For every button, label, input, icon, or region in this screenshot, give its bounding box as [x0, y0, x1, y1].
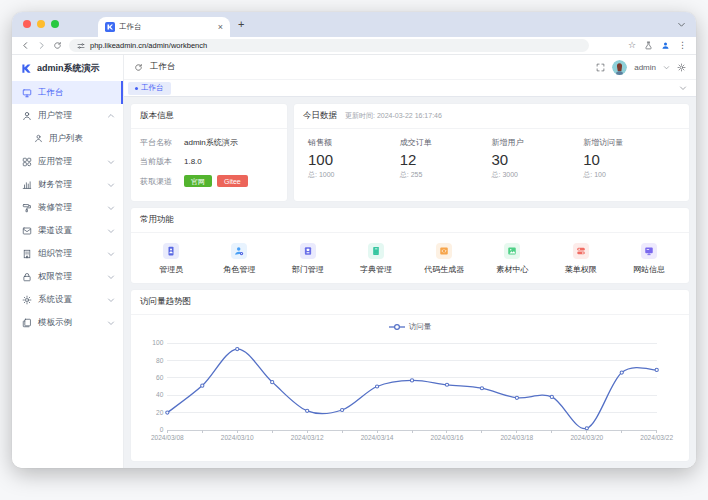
svg-text:2024/03/14: 2024/03/14: [361, 434, 394, 441]
url-text: php.likeadmin.cn/admin/workbench: [90, 41, 207, 50]
toolbar-icons: ☆ ⋮: [628, 41, 687, 50]
sidebar-item-organization-management[interactable]: 组织管理: [12, 242, 123, 265]
username[interactable]: admin: [634, 63, 656, 72]
svg-text:2024/03/12: 2024/03/12: [291, 434, 324, 441]
user-avatar[interactable]: [612, 60, 627, 75]
function-website-info[interactable]: 网站信息: [615, 243, 683, 275]
tab-workbench[interactable]: 工作台: [128, 82, 171, 95]
card-title: 今日数据: [303, 110, 337, 122]
minimize-window-button[interactable]: [37, 20, 45, 28]
version-info-card: 版本信息 平台名称 admin系统演示 当前版本 1.8.0: [131, 104, 287, 201]
sidebar-item-label: 用户管理: [38, 110, 72, 122]
sidebar-item-finance-management[interactable]: 财务管理: [12, 173, 123, 196]
visits-line-chart: 0204060801002024/03/082024/03/102024/03/…: [137, 335, 683, 447]
app-logo[interactable]: admin系统演示: [12, 55, 123, 81]
page-title: 工作台: [150, 61, 176, 73]
common-functions-card: 常用功能 管理员: [131, 208, 689, 283]
gear-icon[interactable]: [677, 63, 686, 72]
sidebar-item-template-examples[interactable]: 模板示例: [12, 311, 123, 334]
sidebar-item-channel-settings[interactable]: 渠道设置: [12, 219, 123, 242]
chevron-down-icon[interactable]: [663, 64, 670, 71]
favicon: [105, 22, 115, 32]
svg-text:2024/03/10: 2024/03/10: [221, 434, 254, 441]
sidebar-item-app-management[interactable]: 应用管理: [12, 150, 123, 173]
zoom-window-button[interactable]: [51, 20, 59, 28]
browser-window: 工作台 × + php.likeadmin.cn/admin/workbench: [12, 12, 696, 468]
card-title: 常用功能: [131, 208, 689, 233]
svg-text:0: 0: [160, 426, 164, 433]
sidebar-item-label: 渠道设置: [38, 225, 72, 237]
sidebar-item-permission-management[interactable]: 权限管理: [12, 265, 123, 288]
bookmark-star-icon[interactable]: ☆: [628, 41, 636, 50]
workbench-content: 版本信息 平台名称 admin系统演示 当前版本 1.8.0: [124, 97, 696, 468]
chevron-down-icon[interactable]: [679, 84, 687, 92]
browser-toolbar: php.likeadmin.cn/admin/workbench ☆ ⋮: [12, 37, 696, 55]
new-tab-button[interactable]: +: [238, 19, 244, 30]
logo-k-icon: [21, 63, 32, 74]
sidebar-item-workbench[interactable]: 工作台: [12, 81, 123, 104]
back-icon[interactable]: [21, 41, 30, 50]
tab-close-icon[interactable]: ×: [218, 23, 223, 32]
legend-line-marker-icon: [389, 323, 405, 331]
sidebar-item-label: 权限管理: [38, 271, 72, 283]
card-title: 访问量趋势图: [131, 290, 689, 315]
sidebar-item-label: 系统设置: [38, 294, 72, 306]
profile-avatar-icon[interactable]: [661, 41, 670, 50]
sidebar-item-label: 应用管理: [38, 156, 72, 168]
sidebar-item-user-management[interactable]: 用户管理: [12, 104, 123, 127]
sidebar-nav: 工作台 用户管理: [12, 81, 123, 334]
metric-sales: 销售额 100 总: 1000: [308, 137, 400, 180]
channel-row: 获取渠道 官网 Gitee: [140, 175, 278, 187]
function-admin[interactable]: 管理员: [137, 243, 205, 275]
gitee-button[interactable]: Gitee: [217, 175, 248, 187]
svg-text:100: 100: [152, 339, 163, 346]
channel-mail-icon: [22, 226, 32, 236]
tab-search-chevron-icon[interactable]: [677, 20, 686, 29]
sidebar-item-decoration-management[interactable]: 装修管理: [12, 196, 123, 219]
desktop: 工作台 × + php.likeadmin.cn/admin/workbench: [0, 0, 708, 500]
official-site-button[interactable]: 官网: [184, 175, 212, 187]
tab-label: 工作台: [141, 83, 164, 93]
forward-icon[interactable]: [37, 41, 46, 50]
extension-beaker-icon[interactable]: [644, 41, 653, 50]
function-role-management[interactable]: 角色管理: [205, 243, 273, 275]
sidebar: admin系统演示 工作台 用户管理: [12, 55, 124, 468]
svg-text:80: 80: [156, 357, 164, 364]
refresh-icon[interactable]: [134, 63, 143, 72]
sidebar-item-label: 装修管理: [38, 202, 72, 214]
sidebar-item-user-list[interactable]: 用户列表: [12, 127, 123, 150]
today-data-card: 今日数据 更新时间: 2024-03-22 16:17:46 销售额 100 总…: [294, 104, 689, 201]
app-grid-icon: [22, 157, 32, 167]
website-icon: [641, 243, 657, 259]
function-material-center[interactable]: 素材中心: [478, 243, 546, 275]
svg-text:40: 40: [156, 392, 164, 399]
chart-legend[interactable]: 访问量: [137, 318, 683, 335]
function-department-management[interactable]: 部门管理: [274, 243, 342, 275]
fullscreen-icon[interactable]: [596, 63, 605, 72]
active-dot-icon: [135, 87, 138, 90]
sidebar-item-system-settings[interactable]: 系统设置: [12, 288, 123, 311]
header-actions: admin: [596, 60, 686, 75]
card-title: 版本信息: [131, 104, 287, 129]
browser-tab[interactable]: 工作台 ×: [98, 17, 230, 37]
function-dictionary-management[interactable]: 字典管理: [342, 243, 410, 275]
close-window-button[interactable]: [23, 20, 31, 28]
site-settings-icon[interactable]: [77, 42, 85, 50]
browser-menu-icon[interactable]: ⋮: [678, 41, 687, 50]
svg-text:2024/03/18: 2024/03/18: [500, 434, 533, 441]
svg-text:60: 60: [156, 374, 164, 381]
function-menu-permissions[interactable]: 菜单权限: [547, 243, 615, 275]
reload-icon[interactable]: [53, 41, 62, 50]
gear-icon: [22, 295, 32, 305]
sidebar-item-label: 工作台: [38, 87, 64, 99]
chevron-down-icon: [107, 181, 115, 189]
organization-icon: [22, 249, 32, 259]
material-icon: [504, 243, 520, 259]
role-icon: [231, 243, 247, 259]
address-bar[interactable]: php.likeadmin.cn/admin/workbench: [69, 39, 589, 52]
svg-text:2024/03/20: 2024/03/20: [570, 434, 603, 441]
chevron-down-icon: [107, 296, 115, 304]
function-code-generator[interactable]: 代码生成器: [410, 243, 478, 275]
chevron-down-icon: [107, 227, 115, 235]
sidebar-item-label: 用户列表: [49, 133, 83, 145]
